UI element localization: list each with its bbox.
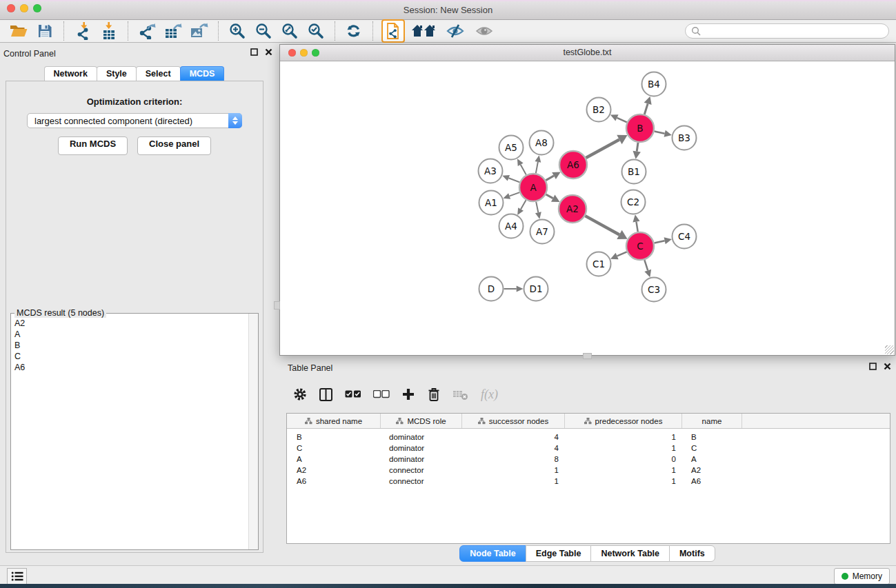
- graph-edge-B-B3[interactable]: [655, 131, 665, 133]
- table-cell[interactable]: 0: [565, 455, 682, 463]
- table-cell[interactable]: dominator: [381, 444, 462, 452]
- close-panel-button[interactable]: Close panel: [137, 136, 211, 155]
- show-panel-list-button[interactable]: [7, 568, 27, 585]
- graph-edge-A-A4[interactable]: [521, 200, 526, 209]
- table-cell[interactable]: A: [682, 455, 742, 463]
- table-row[interactable]: Cdominator41C: [287, 443, 890, 454]
- export-table-button[interactable]: [162, 21, 184, 41]
- zoom-out-button[interactable]: [252, 21, 275, 41]
- graph-node-A1[interactable]: A1: [479, 191, 504, 215]
- table-cell[interactable]: A2: [287, 466, 381, 474]
- table-cell[interactable]: 1: [462, 477, 565, 485]
- graph-node-C1[interactable]: C1: [587, 252, 611, 276]
- deselect-all-icon[interactable]: [373, 390, 390, 398]
- export-image-button[interactable]: [188, 21, 210, 41]
- graph-edge-A-A7[interactable]: [536, 202, 538, 213]
- graph-node-A[interactable]: A: [519, 174, 547, 201]
- table-cell[interactable]: 1: [565, 444, 682, 452]
- graph-node-C2[interactable]: C2: [621, 190, 646, 214]
- mcds-result-item[interactable]: A2: [12, 318, 248, 329]
- network-window-titlebar[interactable]: testGlobe.txt: [280, 45, 895, 61]
- import-table-button[interactable]: [98, 21, 120, 41]
- table-cell[interactable]: dominator: [381, 433, 462, 441]
- network-canvas[interactable]: B4B2BB3A8A5A6A3B1AC2A1A2A4A7C4CC1DC3D1: [280, 61, 895, 355]
- table-cell[interactable]: connector: [381, 477, 462, 485]
- graph-edge-B-B1[interactable]: [637, 143, 638, 152]
- graph-edge-A6-B[interactable]: [586, 139, 619, 157]
- table-cell[interactable]: C: [682, 444, 742, 452]
- table-cell[interactable]: A2: [682, 466, 742, 474]
- zoom-selected-button[interactable]: [305, 21, 327, 41]
- create-network-from-file-button[interactable]: [381, 19, 405, 43]
- mcds-result-scrollbar[interactable]: [248, 314, 258, 549]
- graph-edge-B-B2[interactable]: [617, 118, 626, 122]
- tab-style[interactable]: Style: [97, 66, 137, 81]
- tab-edge-table[interactable]: Edge Table: [526, 545, 592, 562]
- graph-node-B2[interactable]: B2: [587, 98, 611, 122]
- table-cell[interactable]: B: [287, 433, 381, 441]
- graph-node-B1[interactable]: B1: [622, 160, 646, 184]
- graph-edge-C-C4[interactable]: [655, 241, 665, 243]
- graph-node-B4[interactable]: B4: [642, 72, 666, 97]
- mcds-result-item[interactable]: C: [12, 351, 248, 362]
- tab-node-table[interactable]: Node Table: [459, 545, 526, 562]
- graph-edge-A-A3[interactable]: [508, 178, 519, 182]
- table-cell[interactable]: dominator: [381, 455, 462, 463]
- table-cell[interactable]: A6: [287, 477, 381, 485]
- column-header-MCDS-role[interactable]: MCDS role: [381, 414, 462, 428]
- graph-edge-C-C1[interactable]: [617, 252, 627, 256]
- tab-mcds[interactable]: MCDS: [180, 66, 225, 81]
- column-header-successor-nodes[interactable]: successor nodes: [462, 414, 565, 428]
- graph-edge-A-A8[interactable]: [536, 162, 538, 174]
- table-cell[interactable]: 1: [565, 477, 682, 485]
- table-cell[interactable]: 1: [565, 466, 682, 474]
- graph-node-A7[interactable]: A7: [530, 220, 555, 244]
- column-header-shared-name[interactable]: shared name: [287, 414, 381, 428]
- search-field[interactable]: [685, 23, 889, 39]
- table-cell[interactable]: B: [682, 433, 742, 441]
- table-cell[interactable]: 1: [565, 433, 682, 441]
- mcds-result-item[interactable]: A6: [12, 362, 248, 373]
- table-row[interactable]: Adominator80A: [287, 454, 890, 465]
- mcds-result-list[interactable]: A2ABCA6: [12, 318, 248, 549]
- graph-edge-A-A6[interactable]: [546, 176, 554, 181]
- hide-graphics-details-button[interactable]: [441, 21, 469, 41]
- run-mcds-button[interactable]: Run MCDS: [58, 136, 128, 155]
- float-table-panel-icon[interactable]: [869, 363, 877, 370]
- add-column-icon[interactable]: [401, 387, 415, 401]
- table-row[interactable]: A6connector11A6: [287, 476, 890, 487]
- graph-edge-A-A5[interactable]: [521, 165, 526, 175]
- window-resize-grip[interactable]: [885, 345, 894, 354]
- mcds-result-item[interactable]: B: [12, 340, 248, 351]
- zoom-fit-button[interactable]: [279, 21, 301, 41]
- zoom-in-button[interactable]: [226, 21, 248, 41]
- graph-edge-C-C3[interactable]: [644, 260, 648, 270]
- graph-node-B[interactable]: B: [626, 114, 654, 142]
- open-session-button[interactable]: [8, 21, 30, 41]
- float-panel-icon[interactable]: [250, 48, 258, 56]
- graph-node-A6[interactable]: A6: [559, 151, 587, 179]
- delete-column-trash-icon[interactable]: [427, 387, 441, 402]
- table-cell[interactable]: connector: [381, 466, 462, 474]
- search-input[interactable]: [704, 25, 888, 37]
- mcds-result-item[interactable]: A: [12, 329, 248, 340]
- show-columns-icon[interactable]: [319, 387, 333, 402]
- tab-network-table[interactable]: Network Table: [590, 545, 670, 562]
- save-session-button[interactable]: [34, 21, 56, 41]
- select-all-icon[interactable]: [345, 390, 361, 398]
- graph-node-A3[interactable]: A3: [479, 159, 503, 183]
- graph-edge-A-A1[interactable]: [510, 192, 520, 196]
- graph-edge-C-C2[interactable]: [636, 222, 637, 232]
- table-cell[interactable]: 1: [462, 466, 565, 474]
- graph-node-A2[interactable]: A2: [559, 195, 586, 223]
- table-cell[interactable]: 4: [462, 444, 565, 452]
- graph-node-A4[interactable]: A4: [499, 214, 524, 239]
- optimization-criterion-select[interactable]: largest connected component (directed): [27, 113, 242, 128]
- graph-edge-B-B4[interactable]: [644, 103, 648, 114]
- graph-node-A5[interactable]: A5: [499, 136, 524, 160]
- graph-edge-A-A2[interactable]: [546, 194, 552, 199]
- tab-network[interactable]: Network: [44, 66, 97, 81]
- close-panel-icon[interactable]: [265, 48, 272, 56]
- column-header-predecessor-nodes[interactable]: predecessor nodes: [565, 414, 682, 428]
- import-network-button[interactable]: [72, 21, 94, 41]
